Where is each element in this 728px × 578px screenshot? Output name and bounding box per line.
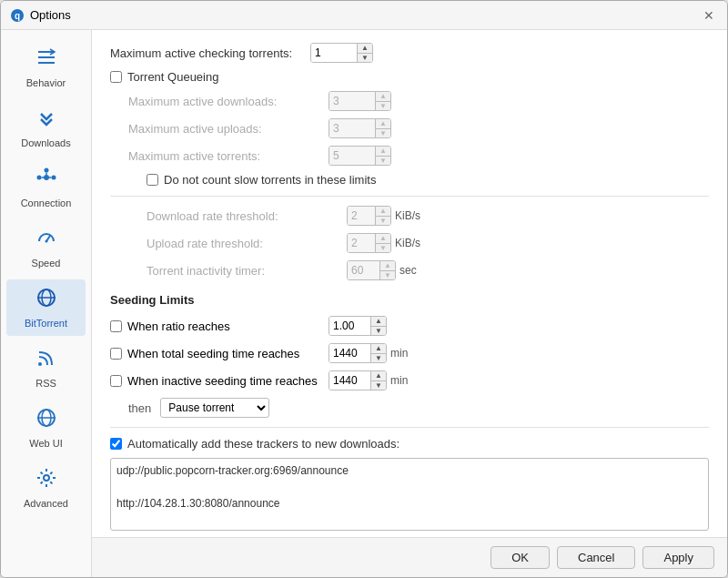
seed-time-spinbox[interactable]: ▲ ▼ <box>329 343 387 363</box>
ul-rate-up[interactable]: ▲ <box>376 233 390 243</box>
torrent-queueing-label: Torrent Queueing <box>127 70 218 84</box>
ratio-spin-buttons: ▲ ▼ <box>370 316 386 336</box>
inactive-seed-input[interactable] <box>329 371 370 390</box>
seeding-limits-title: Seeding Limits <box>110 293 709 307</box>
inactive-seed-spinbox[interactable]: ▲ ▼ <box>329 370 387 390</box>
ratio-label: When ratio reaches <box>127 319 230 333</box>
title-bar-title: Options <box>30 8 71 22</box>
ok-button[interactable]: OK <box>490 546 550 569</box>
seed-time-up[interactable]: ▲ <box>371 343 386 353</box>
inactivity-spin-buttons: ▲ ▼ <box>379 260 395 280</box>
cancel-button[interactable]: Cancel <box>557 546 635 569</box>
max-uploads-spinbox[interactable]: ▲ ▼ <box>329 118 391 138</box>
inactive-seed-label: When inactive seeding time reaches <box>127 374 318 388</box>
torrent-queueing-checkbox[interactable] <box>110 71 122 83</box>
max-checking-up[interactable]: ▲ <box>358 43 372 53</box>
sidebar-item-webui[interactable]: Web UI <box>6 400 86 456</box>
auto-trackers-checkbox[interactable] <box>110 438 122 450</box>
ul-rate-input[interactable] <box>348 234 375 252</box>
max-torrents-input[interactable] <box>329 147 375 165</box>
advanced-icon <box>35 467 57 494</box>
max-downloads-spinbox[interactable]: ▲ ▼ <box>329 91 391 111</box>
dl-rate-input[interactable] <box>348 207 375 225</box>
max-downloads-up[interactable]: ▲ <box>376 91 390 101</box>
svg-point-6 <box>36 176 41 180</box>
seed-time-input[interactable] <box>329 344 370 362</box>
max-uploads-row: Maximum active uploads: ▲ ▼ <box>128 118 709 138</box>
then-select[interactable]: Pause torrent <box>160 398 269 418</box>
max-torrents-spinbox[interactable]: ▲ ▼ <box>329 146 391 166</box>
sidebar: Behavior Downloads <box>1 30 92 577</box>
inactivity-down[interactable]: ▼ <box>380 270 395 280</box>
divider2 <box>110 427 709 428</box>
max-downloads-spin-buttons: ▲ ▼ <box>375 91 390 111</box>
sidebar-item-advanced[interactable]: Advanced <box>6 460 86 516</box>
seed-time-unit: min <box>390 347 408 360</box>
sidebar-item-behavior[interactable]: Behavior <box>6 39 86 96</box>
inactive-seed-up[interactable]: ▲ <box>371 370 386 380</box>
app-icon: q <box>10 8 25 23</box>
inactivity-row: Torrent inactivity timer: ▲ ▼ sec <box>147 260 709 280</box>
max-torrents-spin-buttons: ▲ ▼ <box>375 146 390 166</box>
then-label: then <box>128 401 151 415</box>
inactivity-input[interactable] <box>348 261 379 279</box>
ul-rate-down[interactable]: ▼ <box>376 243 390 253</box>
inactivity-spinbox[interactable]: ▲ ▼ <box>347 260 396 280</box>
max-torrents-down[interactable]: ▼ <box>376 156 390 166</box>
max-uploads-label: Maximum active uploads: <box>128 122 329 136</box>
sidebar-item-rss[interactable]: RSS <box>6 340 86 396</box>
max-downloads-down[interactable]: ▼ <box>376 101 390 111</box>
then-row: then Pause torrent <box>128 398 709 418</box>
sidebar-item-bittorrent[interactable]: BitTorrent <box>6 279 86 336</box>
sidebar-item-speed[interactable]: Speed <box>6 219 86 276</box>
max-checking-label: Maximum active checking torrents: <box>110 46 310 60</box>
inactive-seed-down[interactable]: ▼ <box>371 380 386 390</box>
max-uploads-down[interactable]: ▼ <box>376 128 390 138</box>
inactivity-unit: sec <box>399 264 417 277</box>
ratio-input[interactable] <box>329 317 370 335</box>
max-downloads-input[interactable] <box>329 92 375 110</box>
ul-rate-unit: KiB/s <box>395 237 420 249</box>
seed-time-row: When total seeding time reaches ▲ ▼ min <box>110 343 709 363</box>
seed-time-down[interactable]: ▼ <box>371 353 386 363</box>
ratio-checkbox[interactable] <box>110 320 122 332</box>
apply-button[interactable]: Apply <box>642 546 714 569</box>
ratio-up[interactable]: ▲ <box>371 316 386 326</box>
dl-rate-down[interactable]: ▼ <box>376 216 390 226</box>
tracker-textarea[interactable] <box>110 458 709 531</box>
max-checking-row: Maximum active checking torrents: ▲ ▼ <box>110 43 709 63</box>
ul-rate-spinbox[interactable]: ▲ ▼ <box>347 233 391 253</box>
dl-rate-up[interactable]: ▲ <box>376 206 390 216</box>
downloads-icon <box>35 106 57 134</box>
max-checking-input[interactable] <box>311 44 357 62</box>
sidebar-item-connection[interactable]: Connection <box>6 159 86 216</box>
max-checking-down[interactable]: ▼ <box>358 53 372 63</box>
max-uploads-input[interactable] <box>329 119 375 137</box>
inactivity-up[interactable]: ▲ <box>380 260 395 270</box>
max-checking-spinbox[interactable]: ▲ ▼ <box>310 43 373 63</box>
sidebar-label-webui: Web UI <box>29 438 62 449</box>
no-slow-checkbox[interactable] <box>147 174 158 186</box>
options-window: q Options ✕ Behavior <box>0 0 728 578</box>
max-torrents-up[interactable]: ▲ <box>376 146 390 156</box>
max-downloads-label: Maximum active downloads: <box>128 95 329 108</box>
dl-rate-unit: KiB/s <box>395 209 420 222</box>
sidebar-label-downloads: Downloads <box>21 137 70 148</box>
ratio-spinbox[interactable]: ▲ ▼ <box>329 316 387 336</box>
max-uploads-up[interactable]: ▲ <box>376 118 390 128</box>
ul-rate-row: Upload rate threshold: ▲ ▼ KiB/s <box>147 233 709 253</box>
inactive-seed-checkbox[interactable] <box>110 375 122 387</box>
seed-time-spin-buttons: ▲ ▼ <box>370 343 386 363</box>
seed-time-checkbox[interactable] <box>110 348 122 360</box>
ratio-down[interactable]: ▼ <box>371 326 386 336</box>
svg-point-13 <box>45 240 47 243</box>
svg-point-17 <box>38 362 42 366</box>
sidebar-label-rss: RSS <box>35 378 56 389</box>
close-button[interactable]: ✕ <box>700 6 718 25</box>
inactive-seed-row: When inactive seeding time reaches ▲ ▼ m… <box>110 370 709 390</box>
max-checking-spin-buttons: ▲ ▼ <box>357 43 372 63</box>
dl-rate-spinbox[interactable]: ▲ ▼ <box>347 206 391 226</box>
max-uploads-spin-buttons: ▲ ▼ <box>375 118 390 138</box>
sidebar-item-downloads[interactable]: Downloads <box>6 99 86 156</box>
behavior-icon <box>35 46 57 74</box>
